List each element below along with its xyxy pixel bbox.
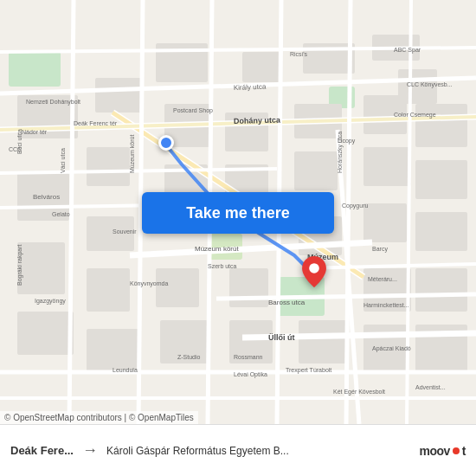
moovit-logo-text: moov — [419, 444, 449, 458]
svg-text:Méteráru...: Méteráru... — [368, 276, 397, 282]
svg-text:CCC: CCC — [9, 146, 22, 152]
svg-text:Múzeum körút: Múzeum körút — [195, 245, 239, 253]
destination-marker — [302, 256, 326, 291]
svg-text:Szerb utca: Szerb utca — [208, 263, 237, 269]
svg-rect-16 — [87, 268, 130, 312]
svg-rect-6 — [95, 78, 143, 113]
svg-text:Apáczai Kiadó: Apáczai Kiadó — [372, 345, 411, 352]
svg-text:Múzeum körút: Múzeum körút — [129, 135, 135, 173]
svg-text:Két Egér Kövesbolt: Két Egér Kövesbolt — [333, 389, 385, 396]
svg-rect-38 — [415, 212, 467, 251]
svg-rect-30 — [299, 320, 346, 363]
moovit-logo-text2: t — [462, 444, 466, 458]
svg-text:Igazgyöngy: Igazgyöngy — [35, 298, 66, 305]
svg-text:Baross utca: Baross utca — [268, 299, 306, 306]
svg-text:Barcy: Barcy — [372, 246, 388, 253]
svg-text:Adventist...: Adventist... — [415, 384, 446, 390]
svg-text:Harminckettest...: Harminckettest... — [363, 302, 409, 308]
svg-text:Souvenir: Souvenir — [113, 228, 137, 235]
svg-text:Bográki rakpart: Bográki rakpart — [16, 244, 23, 286]
svg-rect-7 — [242, 52, 281, 82]
svg-rect-21 — [156, 268, 199, 307]
svg-rect-28 — [294, 151, 338, 190]
svg-text:Gelato: Gelato — [52, 211, 70, 217]
svg-rect-14 — [87, 147, 130, 186]
svg-rect-33 — [363, 203, 407, 242]
svg-text:Color Csemege: Color Csemege — [394, 112, 436, 119]
svg-text:ABC Spar: ABC Spar — [394, 47, 421, 54]
svg-text:Rossmann: Rossmann — [234, 354, 263, 360]
svg-text:Könyvnyomda: Könyvnyomda — [130, 280, 168, 287]
destination-label: Károli Gáspár Református Egyetem B... — [106, 445, 410, 457]
svg-text:Belváros: Belváros — [33, 193, 60, 201]
map-container: Király utca Dohány utca Váci utca Múzeum… — [0, 0, 476, 424]
svg-text:Üllői út: Üllői út — [268, 333, 295, 342]
svg-point-101 — [309, 263, 319, 273]
svg-rect-13 — [17, 312, 74, 355]
origin-label: Deák Fere... — [10, 444, 74, 457]
svg-text:Trexpert Túrabolt: Trexpert Túrabolt — [286, 367, 331, 374]
moovit-logo-dot — [453, 447, 460, 454]
map-attribution: © OpenStreetMap contributors | © OpenMap… — [0, 411, 198, 424]
svg-text:Leundula: Leundula — [113, 367, 138, 373]
moovit-logo: moov t — [419, 444, 466, 458]
svg-text:Nádor tér: Nádor tér — [22, 129, 48, 135]
take-me-there-button[interactable]: Take me there — [142, 192, 334, 234]
svg-text:Postcard Shop: Postcard Shop — [173, 107, 213, 114]
svg-text:Király utca: Király utca — [234, 83, 267, 92]
svg-text:CLC Könyvesb...: CLC Könyvesb... — [407, 81, 453, 88]
origin-marker — [158, 135, 174, 151]
bottom-bar: Deák Fere... → Károli Gáspár Református … — [0, 424, 476, 476]
svg-rect-1 — [9, 52, 61, 87]
svg-rect-36 — [415, 104, 467, 147]
svg-text:Dohány utca: Dohány utca — [234, 116, 281, 125]
svg-text:Váci utca: Váci utca — [60, 148, 66, 173]
svg-text:Nemzeti Dohánybolt: Nemzeti Dohánybolt — [26, 99, 80, 106]
svg-text:Ricsi's: Ricsi's — [290, 51, 308, 57]
svg-rect-39 — [415, 268, 467, 312]
svg-rect-12 — [17, 242, 65, 294]
svg-rect-37 — [415, 160, 467, 199]
svg-text:Deák Ferenc tér: Deák Ferenc tér — [74, 120, 118, 126]
direction-arrow: → — [82, 441, 98, 460]
svg-text:Lévai Optika: Lévai Optika — [234, 371, 267, 378]
svg-text:Copyguru: Copyguru — [342, 203, 368, 209]
svg-rect-17 — [87, 329, 138, 372]
svg-text:Licopy: Licopy — [338, 138, 356, 145]
svg-rect-32 — [363, 147, 411, 186]
svg-rect-25 — [229, 268, 268, 307]
svg-text:Z-Studio: Z-Studio — [177, 354, 201, 360]
